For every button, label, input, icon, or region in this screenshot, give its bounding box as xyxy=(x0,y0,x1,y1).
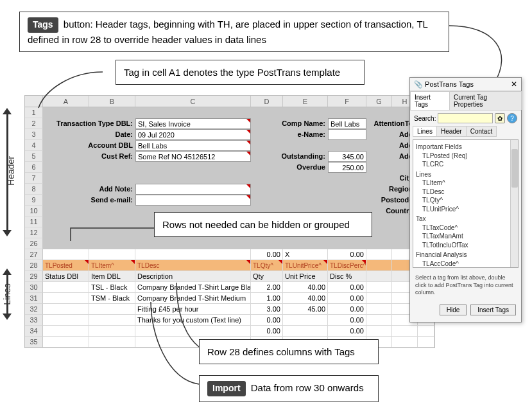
tag-item[interactable]: TLTotIncluOfTax xyxy=(416,241,515,250)
row-8[interactable]: 8Add Note:Region:Cambri xyxy=(25,184,434,195)
row-31[interactable]: 31TSM - BlackCompany Branded T-Shirt Med… xyxy=(25,293,434,304)
callout-cell-a1: Tag in cell A1 denotes the type PostTran… xyxy=(116,60,365,85)
posttrans-tags-panel[interactable]: 📎 PostTrans Tags ✕ Insert Tags Current T… xyxy=(409,77,522,322)
insert-tags-button[interactable]: Insert Tags xyxy=(470,305,516,315)
subtab-header[interactable]: Header xyxy=(436,126,467,137)
col-E[interactable]: E xyxy=(283,96,328,107)
tag-item[interactable]: TLQty^ xyxy=(416,196,515,205)
callout-hidden-rows: Rows not needed can be hidden or grouped xyxy=(154,212,372,237)
row-27[interactable]: 27 0.00 X 0.00 xyxy=(25,249,434,260)
col-F[interactable]: F xyxy=(328,96,366,107)
row-5[interactable]: 5Cust Ref:Some Ref NO 45126512Outstandin… xyxy=(25,151,434,162)
tag-item[interactable]: TLDesc xyxy=(416,188,515,197)
row-4[interactable]: 4Account DBLBell LabsAdd: xyxy=(25,140,434,151)
subtab-lines[interactable]: Lines xyxy=(413,126,437,137)
row-2[interactable]: 2Transaction Type DBL:SI, Sales InvoiceC… xyxy=(25,118,434,129)
callout-tags-button: Tags button: Header tags, beginning with… xyxy=(19,12,449,52)
row-26[interactable]: 26 xyxy=(25,238,434,249)
panel-title: 📎 PostTrans Tags xyxy=(414,80,474,89)
close-icon[interactable]: ✕ xyxy=(511,80,517,89)
callout-import: Import Data from row 30 onwards xyxy=(199,375,379,402)
tag-item[interactable]: TLAccCode^ xyxy=(416,260,515,269)
col-C[interactable]: C xyxy=(135,96,251,107)
row-34[interactable]: 340.000.00 xyxy=(25,326,434,337)
row-9[interactable]: 9Send e-mail:Postcode:PE13 2 xyxy=(25,195,434,206)
row-32[interactable]: 32Fitting £45 per hour3.0045.000.00 xyxy=(25,304,434,315)
help-icon[interactable]: ? xyxy=(507,113,517,123)
row-28-tags[interactable]: 28 TLPosted TLItem^ TLDesc TLQty^ TLUnit… xyxy=(25,260,434,271)
row-30[interactable]: 30TSL - BlackCompany Branded T-Shirt Lar… xyxy=(25,282,434,293)
callout-row28: Row 28 defines columns with Tags xyxy=(199,339,379,364)
lines-side-label: Lines xyxy=(2,283,12,305)
header-side-label: Header xyxy=(6,156,16,186)
tag-item[interactable]: TLTaxCode^ xyxy=(416,224,515,233)
tag-group: Financial Analysis xyxy=(416,251,515,260)
tag-group: Tax xyxy=(416,215,515,224)
subtab-contact[interactable]: Contact xyxy=(466,126,497,137)
tab-current-tag-properties[interactable]: Current Tag Properties xyxy=(449,91,522,110)
col-G[interactable]: G xyxy=(366,96,392,107)
col-A[interactable]: A xyxy=(43,96,89,107)
search-input[interactable] xyxy=(438,113,493,123)
row-29-headers[interactable]: 29 Status DBl Item DBL Description Qty U… xyxy=(25,271,434,282)
col-D[interactable]: D xyxy=(251,96,283,107)
row-33[interactable]: 33Thanks for you custom (Text line)0.000… xyxy=(25,315,434,326)
tag-item[interactable]: TLTaxManAmt xyxy=(416,232,515,241)
tab-insert-tags[interactable]: Insert Tags xyxy=(410,91,450,110)
col-B[interactable]: B xyxy=(89,96,135,107)
panel-hint: Select a tag from list above, double cli… xyxy=(410,270,521,301)
column-header-row: A B C D E F G H I xyxy=(25,96,434,107)
search-label: Search: xyxy=(414,115,436,122)
tag-item[interactable]: TLPosted (Req) xyxy=(416,152,515,161)
tag-group: Important Fields xyxy=(416,143,515,152)
tag-item[interactable]: TLUnitPrice^ xyxy=(416,205,515,214)
gear-icon[interactable]: ✿ xyxy=(495,113,505,123)
tag-item[interactable]: TLItem^ xyxy=(416,179,515,188)
row-7[interactable]: 7City:Wisbec xyxy=(25,173,434,184)
hide-button[interactable]: Hide xyxy=(440,305,467,315)
row-1[interactable]: 1 xyxy=(25,107,434,118)
import-button-chip: Import xyxy=(207,381,246,396)
row-3[interactable]: 3Date:09 Jul 2020e-Name:Add:11A Vic xyxy=(25,129,434,140)
tags-button-chip: Tags xyxy=(28,17,58,33)
tag-group: Lines xyxy=(416,170,515,179)
tag-item[interactable]: TLCRC xyxy=(416,160,515,169)
row-6[interactable]: 6Overdue250.00 xyxy=(25,162,434,173)
tag-list[interactable]: Important FieldsTLPosted (Req)TLCRCLines… xyxy=(413,139,519,268)
scrollbar[interactable] xyxy=(510,140,518,267)
